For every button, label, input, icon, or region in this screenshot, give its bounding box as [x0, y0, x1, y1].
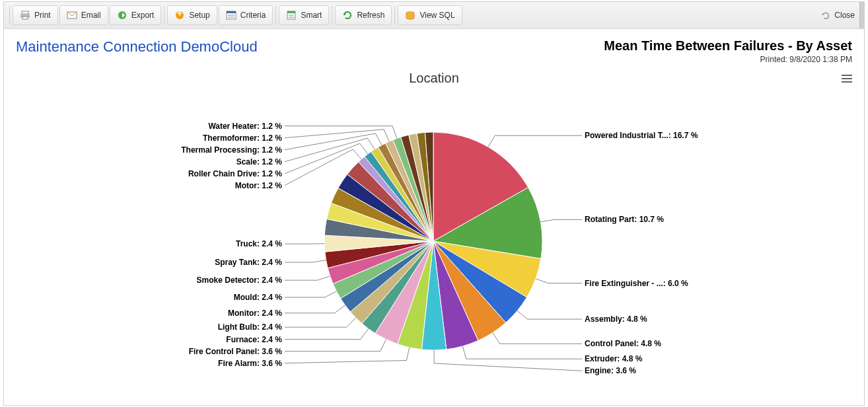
pie-slice-label: Mould: 2.4 %: [234, 293, 283, 302]
svg-rect-0: [22, 11, 28, 14]
refresh-button[interactable]: Refresh: [335, 5, 392, 25]
pie-slice-label: Furnace: 2.4 %: [226, 335, 282, 344]
report-title: Mean Time Between Failures - By Asset: [604, 38, 852, 54]
sql-icon: [405, 10, 416, 20]
pie-slice-label: Water Heater: 1.2 %: [208, 122, 282, 131]
pie-slice-label: Fire Extinguisher - ...: 6.0 %: [585, 279, 688, 288]
setup-icon: [174, 10, 185, 20]
pie-slice-label: Scale: 1.2 %: [236, 157, 283, 166]
pie-slice-label: Motor: 1.2 %: [235, 181, 283, 190]
pie-slice-label: Fire Alarm: 3.6 %: [218, 359, 282, 368]
undo-icon: [821, 11, 830, 20]
export-icon: [117, 10, 127, 20]
pie-slice-label: Rotating Part: 10.7 %: [585, 215, 664, 224]
pie-slice-label: Truck: 2.4 %: [236, 239, 282, 248]
pie-slice-label: Thermoformer: 1.2 %: [203, 133, 282, 143]
pie-slice-label: Extruder: 4.8 %: [585, 354, 643, 363]
pie-chart: Powered Industrial T...: 16.7 %Rotating …: [4, 86, 864, 407]
export-label: Export: [131, 11, 155, 20]
svg-rect-7: [227, 11, 236, 13]
pie-slice-label: Monitor: 2.4 %: [228, 309, 282, 318]
view-sql-label: View SQL: [419, 11, 454, 20]
svg-rect-2: [22, 17, 28, 19]
smart-label: Smart: [301, 11, 322, 20]
pie-slice-label: Engine: 3.6 %: [585, 366, 636, 375]
criteria-icon: [226, 10, 236, 20]
email-label: Email: [81, 11, 101, 20]
setup-label: Setup: [189, 11, 209, 20]
criteria-label: Criteria: [240, 11, 266, 20]
view-sql-button[interactable]: View SQL: [398, 5, 462, 25]
pie-slice-label: Fire Control Panel: 3.6 %: [189, 347, 283, 356]
email-icon: [67, 10, 77, 20]
pie-slice-label: Spray Tank: 2.4 %: [215, 258, 282, 267]
print-label: Print: [34, 11, 51, 20]
pie-slice-label: Control Panel: 4.8 %: [585, 339, 661, 348]
print-button[interactable]: Print: [13, 5, 58, 25]
brand-title: Maintenance Connection DemoCloud: [16, 38, 258, 56]
pie-slice-label: Thermal Processing: 1.2 %: [181, 145, 282, 155]
scrollbar[interactable]: [859, 2, 864, 28]
chart-menu-icon[interactable]: [842, 75, 852, 83]
pie-slice-label: Light Bulb: 2.4 %: [218, 322, 283, 332]
refresh-label: Refresh: [357, 11, 384, 20]
close-button[interactable]: Close: [821, 11, 860, 20]
criteria-button[interactable]: Criteria: [219, 5, 273, 25]
setup-button[interactable]: Setup: [167, 5, 217, 25]
close-label: Close: [834, 11, 855, 20]
email-button[interactable]: Email: [59, 5, 108, 25]
svg-rect-11: [287, 11, 295, 13]
export-button[interactable]: Export: [110, 5, 162, 25]
smart-button[interactable]: Smart: [279, 5, 329, 25]
smart-icon: [286, 10, 297, 20]
pie-slice-label: Assembly: 4.8 %: [585, 314, 647, 324]
report-printed: Printed: 9/8/2020 1:38 PM: [604, 55, 852, 64]
chart-title: Location: [4, 71, 864, 86]
toolbar: Print Email Export Setup Criteria: [4, 2, 864, 29]
pie-slice-label: Powered Industrial T...: 16.7 %: [585, 131, 698, 140]
pie-slice-label: Roller Chain Drive: 1.2 %: [188, 169, 282, 178]
refresh-icon: [342, 10, 353, 20]
print-icon: [20, 10, 30, 20]
pie-slice-label: Smoke Detector: 2.4 %: [197, 276, 283, 285]
